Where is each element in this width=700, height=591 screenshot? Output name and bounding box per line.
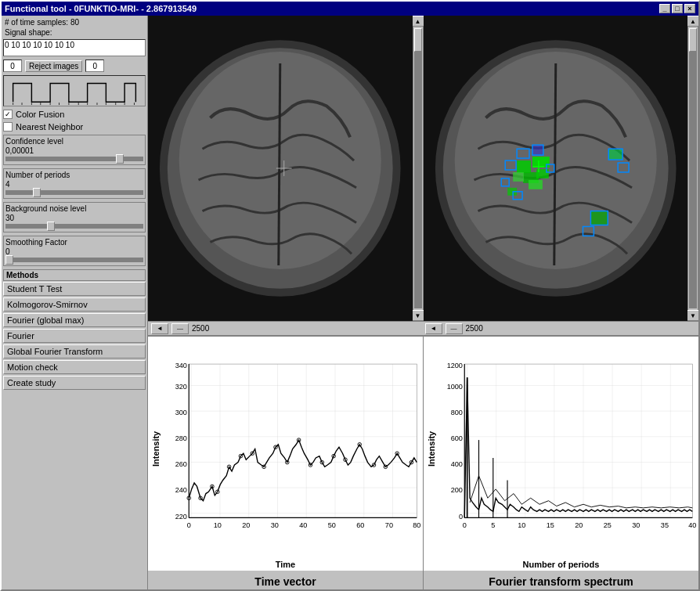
left-panel: # of time samples: 80 Signal shape: 0 10…	[2, 16, 148, 589]
methods-label: Methods	[3, 269, 146, 281]
minimize-button[interactable]: _	[659, 4, 670, 13]
svg-rect-46	[189, 364, 417, 517]
nearest-neighbor-label: Nearest Neighbor	[16, 122, 83, 132]
top-images: ▲ ▼	[148, 16, 698, 321]
svg-text:0: 0	[187, 521, 191, 529]
svg-text:70: 70	[385, 521, 393, 529]
scroll-thumb[interactable]	[414, 28, 422, 52]
prev-slice-btn[interactable]: ◄	[151, 323, 168, 334]
svg-text:800: 800	[451, 409, 463, 416]
num-periods-thumb[interactable]	[33, 188, 41, 197]
svg-rect-85	[464, 364, 692, 517]
fourier-global-button[interactable]: Fourier (global max)	[3, 313, 146, 327]
fourier-button[interactable]: Fourier	[3, 329, 146, 343]
smoothing-section: Smoothing Factor 0	[3, 236, 146, 266]
main-window: Functional tool - 0FUNKTIO-MRI- - 2.8679…	[0, 0, 700, 591]
scroll-thumb-right[interactable]	[689, 28, 697, 52]
signal-shape-input[interactable]: 0 10 10 10 10 10 10	[3, 39, 146, 56]
svg-text:40: 40	[299, 521, 307, 529]
left-brain-panel	[148, 16, 413, 321]
svg-rect-29	[529, 180, 543, 189]
smoothing-value: 0	[5, 247, 143, 256]
smoothing-track	[5, 258, 143, 262]
motion-check-button[interactable]: Motion check	[3, 360, 146, 374]
svg-rect-27	[513, 172, 524, 182]
v-scrollbar-left: ▲ ▼	[413, 16, 424, 321]
smoothing-thumb[interactable]	[5, 255, 13, 265]
time-chart-container: Intensity 220	[150, 340, 421, 558]
svg-text:50: 50	[328, 521, 336, 529]
svg-text:60: 60	[356, 521, 364, 529]
right-area: ▲ ▼	[148, 16, 698, 589]
create-study-button[interactable]: Create study	[3, 376, 146, 390]
svg-text:5: 5	[491, 521, 495, 529]
waveform-display	[3, 75, 146, 106]
svg-text:320: 320	[175, 383, 187, 391]
svg-text:30: 30	[632, 521, 640, 529]
reject-right-input[interactable]	[85, 59, 104, 72]
reject-images-row: Reject images	[3, 59, 146, 72]
time-chart-title: Time vector	[148, 571, 423, 589]
left-slice-value: 2500	[192, 324, 209, 333]
svg-text:340: 340	[175, 362, 187, 369]
image-nav-bar: ◄ — 2500 ◄ — 2500	[148, 321, 698, 335]
svg-text:35: 35	[661, 521, 669, 529]
confidence-thumb[interactable]	[116, 154, 124, 164]
maximize-button[interactable]: □	[672, 4, 683, 13]
svg-text:260: 260	[175, 460, 187, 468]
time-chart-panel: Intensity 220	[148, 337, 424, 589]
confidence-label: Confidence level	[5, 137, 143, 146]
fourier-chart-container: Intensity 0 200	[425, 340, 697, 558]
time-samples-label: # of time samples: 80	[3, 17, 146, 27]
kolmogorov-button[interactable]: Kolmogorov-Smirnov	[3, 297, 146, 312]
window-controls: _ □ ×	[659, 4, 695, 13]
color-fusion-label: Color Fusion	[16, 110, 64, 119]
svg-text:200: 200	[451, 486, 463, 494]
v-scrollbar-right: ▲ ▼	[687, 16, 698, 321]
svg-text:10: 10	[518, 521, 525, 529]
bottom-charts: Intensity 220	[148, 335, 698, 589]
svg-text:30: 30	[271, 521, 279, 529]
bg-noise-label: Background noise level	[5, 204, 143, 213]
reject-left-input[interactable]	[3, 59, 22, 72]
right-brain-panel	[424, 16, 688, 321]
svg-line-17	[279, 63, 280, 265]
svg-text:1000: 1000	[447, 383, 463, 391]
bg-noise-section: Background noise level 30	[3, 202, 146, 232]
scroll-up-btn-right[interactable]: ▲	[686, 16, 698, 27]
confidence-track	[5, 157, 143, 161]
color-fusion-row: ✓ Color Fusion	[3, 110, 146, 119]
scroll-down-btn-right[interactable]: ▼	[686, 310, 698, 321]
confidence-section: Confidence level 0,00001	[3, 135, 146, 165]
next-slice-btn-r[interactable]: —	[446, 323, 463, 334]
student-t-button[interactable]: Student T Test	[3, 282, 146, 296]
svg-text:600: 600	[451, 434, 463, 442]
svg-rect-40	[608, 149, 622, 160]
fourier-chart-svg: 0 200 400 600 800 1000 1200 0 5 10	[438, 340, 697, 558]
svg-text:15: 15	[547, 521, 554, 529]
svg-text:400: 400	[451, 460, 463, 468]
close-button[interactable]: ×	[684, 4, 695, 13]
fourier-chart-title: Fourier transform spectrum	[424, 571, 698, 589]
time-x-label: Time	[150, 558, 421, 571]
bg-noise-thumb[interactable]	[47, 222, 55, 231]
svg-rect-24	[517, 160, 531, 173]
time-chart-svg: 220 240 260 280 300 320 340 0 10 20	[162, 340, 421, 558]
right-slice-value: 2500	[466, 324, 483, 333]
nearest-neighbor-checkbox[interactable]	[3, 122, 13, 132]
svg-rect-33	[532, 145, 543, 155]
title-bar: Functional tool - 0FUNKTIO-MRI- - 2.8679…	[2, 2, 698, 16]
next-slice-btn[interactable]: —	[171, 323, 189, 334]
reject-images-button[interactable]: Reject images	[25, 60, 82, 72]
time-y-label: Intensity	[150, 340, 162, 558]
svg-text:25: 25	[604, 521, 612, 529]
svg-text:80: 80	[413, 521, 420, 529]
num-periods-value: 4	[5, 180, 143, 189]
color-fusion-checkbox[interactable]: ✓	[3, 110, 13, 119]
svg-text:280: 280	[175, 434, 187, 442]
svg-text:40: 40	[688, 521, 696, 529]
svg-text:20: 20	[575, 521, 583, 529]
global-fourier-button[interactable]: Global Fourier Transform	[3, 344, 146, 359]
prev-slice-btn-r[interactable]: ◄	[425, 323, 442, 334]
nearest-neighbor-row: Nearest Neighbor	[3, 122, 146, 132]
